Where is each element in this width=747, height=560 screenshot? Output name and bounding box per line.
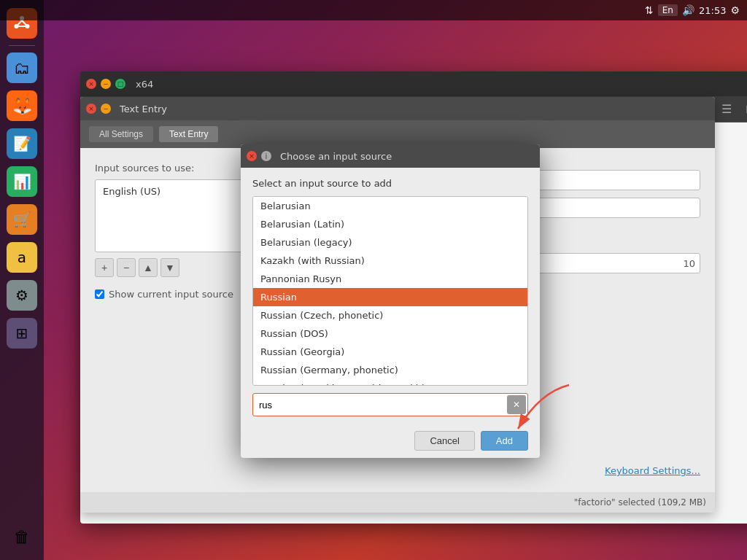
dialog-title: Choose an input source xyxy=(280,151,534,162)
search-input[interactable] xyxy=(253,396,506,414)
text-entry-title: Text Entry xyxy=(120,104,167,114)
move-up-btn[interactable]: ▲ xyxy=(139,258,158,277)
text-entry-titlebar: × − Text Entry xyxy=(80,97,715,120)
move-down-btn[interactable]: ▼ xyxy=(160,258,179,277)
system-tray: ⇅ En 🔊 21:53 ⚙ xyxy=(645,4,740,16)
list-item-kazakh[interactable]: Kazakh (with Russian) xyxy=(253,252,527,270)
taskbar-files[interactable]: 🗂 xyxy=(4,50,39,85)
dialog-close[interactable]: × xyxy=(247,151,257,161)
taskbar: 🗂 🦊 📝 📊 🛒 a ⚙ ⊞ 🗑 xyxy=(0,0,44,560)
dialog-subtitle: Select an input source to add xyxy=(252,178,528,189)
search-row: ✕ xyxy=(252,393,528,416)
taskbar-calc[interactable]: 📊 xyxy=(4,164,39,199)
remove-source-btn[interactable]: − xyxy=(117,258,136,277)
dialog-list: Belarusian Belarusian (Latin) Belarusian… xyxy=(252,196,528,386)
file-manager-maximize[interactable]: □ xyxy=(115,79,125,89)
file-manager-close[interactable]: × xyxy=(86,79,96,89)
list-item-russian-kazakhstan[interactable]: Russian (Kazakhstan, with Kazakh) xyxy=(253,379,527,386)
dialog-titlebar: × i Choose an input source xyxy=(241,144,540,168)
list-item-russian-georgia[interactable]: Russian (Georgia) xyxy=(253,343,527,361)
list-item-belarusian-legacy[interactable]: Belarusian (legacy) xyxy=(253,233,527,252)
list-item-russian[interactable]: Russian xyxy=(253,288,527,306)
file-manager-title: x64 xyxy=(136,79,153,90)
add-source-btn[interactable]: + xyxy=(95,258,114,277)
dialog-info[interactable]: i xyxy=(261,151,271,161)
show-source-label: Show current input source xyxy=(109,289,233,300)
taskbar-amazon[interactable]: a xyxy=(4,240,39,275)
all-settings-btn[interactable]: All Settings xyxy=(89,126,153,142)
file-manager-titlebar: × − □ x64 xyxy=(80,71,747,96)
clock: 21:53 xyxy=(699,5,726,16)
cancel-button[interactable]: Cancel xyxy=(414,431,474,451)
taskbar-trash[interactable]: 🗑 xyxy=(4,519,39,554)
list-item-russian-czech[interactable]: Russian (Czech, phonetic) xyxy=(253,306,527,324)
taskbar-workspace[interactable]: ⊞ xyxy=(4,316,39,351)
text-entry-minimize[interactable]: − xyxy=(101,104,111,114)
text-entry-nav-btn[interactable]: Text Entry xyxy=(159,126,218,142)
status-bar: "factorio" selected (109,2 MB) xyxy=(80,492,715,513)
list-item-russian-germany[interactable]: Russian (Germany, phonetic) xyxy=(253,361,527,379)
sort-icon[interactable]: ⇅ xyxy=(645,4,654,16)
list-item-belarusian[interactable]: Belarusian xyxy=(253,197,527,215)
taskbar-divider-1 xyxy=(9,45,35,46)
lang-indicator[interactable]: En xyxy=(658,4,678,16)
window-area: × − □ x64 ‹ › 🏠 Home factorio bin x64 🔍 … xyxy=(44,20,747,560)
text-entry-close[interactable]: × xyxy=(86,104,96,114)
add-button[interactable]: Add xyxy=(481,431,528,451)
search-clear-btn[interactable]: ✕ xyxy=(507,395,526,414)
keyboard-settings-link[interactable]: Keyboard Settings... xyxy=(605,465,700,476)
power-icon[interactable]: ⚙ xyxy=(730,4,740,16)
taskbar-settings[interactable]: ⚙ xyxy=(4,278,39,313)
list-item-belarusian-latin[interactable]: Belarusian (Latin) xyxy=(253,215,527,233)
status-text: "factorio" selected (109,2 MB) xyxy=(574,497,706,508)
view-grid-btn[interactable]: ⊞ xyxy=(740,100,747,119)
view-list-btn[interactable]: ☰ xyxy=(716,100,737,119)
system-bar: ⇅ En 🔊 21:53 ⚙ xyxy=(0,0,747,20)
list-item-russian-dos[interactable]: Russian (DOS) xyxy=(253,324,527,343)
input-source-dialog: × i Choose an input source Select an inp… xyxy=(241,144,540,458)
show-source-checkbox[interactable] xyxy=(95,289,104,299)
taskbar-firefox[interactable]: 🦊 xyxy=(4,88,39,123)
file-manager-minimize[interactable]: − xyxy=(101,79,111,89)
taskbar-software-center[interactable]: 🛒 xyxy=(4,202,39,237)
list-item-pannonian[interactable]: Pannonian Rusyn xyxy=(253,270,527,288)
dialog-buttons: Cancel Add xyxy=(241,424,540,458)
volume-icon[interactable]: 🔊 xyxy=(682,4,694,16)
dialog-body: Select an input source to add Belarusian… xyxy=(241,168,540,416)
taskbar-writer[interactable]: 📝 xyxy=(4,126,39,161)
